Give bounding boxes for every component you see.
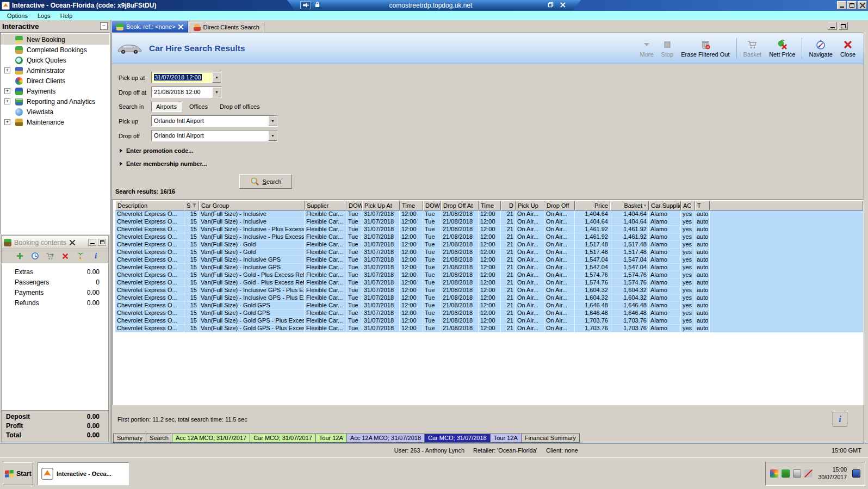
result-row[interactable]: Chevrolet Express O...15Van(Full Size) -… (115, 241, 863, 249)
result-row[interactable]: Chevrolet Express O...15Van(Full Size) -… (115, 279, 863, 287)
tab-close-icon[interactable] (178, 24, 183, 29)
booking-contents-close-button[interactable] (70, 240, 75, 245)
column-header[interactable]: Time▼ (479, 201, 501, 211)
quick-quote-button[interactable] (30, 251, 40, 261)
column-header[interactable]: Car Group▼ (199, 201, 305, 211)
stop-button[interactable]: Stop (658, 36, 678, 61)
expand-box[interactable]: + (4, 119, 10, 125)
filter-funnel-icon[interactable] (192, 202, 197, 209)
search-in-offices[interactable]: Offices (185, 102, 212, 112)
basket-button[interactable]: Basket (740, 36, 766, 61)
column-header[interactable]: Drop Off▼ (544, 201, 575, 211)
result-row[interactable]: Chevrolet Express O...15Van(Full Size) -… (115, 218, 863, 226)
bottom-tab-acc-12a-mco-2018[interactable]: Acc 12A MCO; 31/07/2018 (346, 434, 425, 443)
expand-box[interactable] (4, 47, 10, 53)
booking-contents-minimize-button[interactable] (88, 239, 96, 246)
result-row[interactable]: Chevrolet Express O...15Van(Full Size) -… (115, 294, 863, 302)
result-row[interactable]: Chevrolet Express O...15Van(Full Size) -… (115, 256, 863, 264)
result-row[interactable]: Chevrolet Express O...15Van(Full Size) -… (115, 211, 863, 218)
column-header[interactable]: D▼ (501, 201, 516, 211)
search-in-airports[interactable]: Airports (151, 102, 182, 112)
column-header[interactable]: DOW▼ (423, 201, 441, 211)
drop-off-combo[interactable]: Orlando Intl Airport ▼ (151, 130, 278, 141)
tabgroup-restore-button[interactable] (839, 22, 848, 30)
window-minimize-button[interactable] (837, 1, 846, 9)
more-button[interactable]: More (636, 36, 658, 61)
search-button[interactable]: Search (239, 174, 292, 189)
drop-off-dropdown-button[interactable]: ▼ (268, 131, 277, 141)
expand-box[interactable] (4, 57, 10, 63)
bottom-tab-tour-12a-2017[interactable]: Tour 12A (315, 434, 347, 443)
window-close-button[interactable] (858, 1, 867, 9)
rdp-restore-button[interactable] (548, 2, 554, 9)
drop-off-at-dropdown-button[interactable]: ▼ (212, 87, 221, 97)
membership-number-expander[interactable]: Enter membership number... (120, 159, 864, 168)
bottom-tab-search[interactable]: Search (146, 434, 172, 443)
column-header[interactable]: Pick Up▼ (516, 201, 544, 211)
sidebar-item-maintenance[interactable]: +Maintenance (1, 117, 109, 127)
pick-up-dropdown-button[interactable]: ▼ (268, 116, 277, 126)
result-row[interactable]: Chevrolet Express O...15Van(Full Size) -… (115, 310, 863, 317)
expand-box[interactable]: + (4, 98, 10, 104)
column-header[interactable]: DOW▼ (346, 201, 362, 211)
result-row[interactable]: Chevrolet Express O...15Van(Full Size) -… (115, 233, 863, 241)
bottom-tab-acc-12a-mco-2017[interactable]: Acc 12A MCO; 31/07/2017 (172, 434, 250, 443)
pin-icon[interactable] (300, 1, 311, 9)
result-row[interactable]: Chevrolet Express O...15Van(Full Size) -… (115, 249, 863, 256)
menu-item-help[interactable]: Help (55, 12, 78, 20)
expand-box[interactable] (4, 36, 10, 42)
nett-price-button[interactable]: Nett Price (765, 36, 799, 61)
sidebar-collapse-button[interactable]: − (100, 22, 108, 30)
close-button[interactable]: Close (836, 36, 859, 61)
sidebar-item-reporting-and-analytics[interactable]: +Reporting and Analytics (1, 96, 109, 107)
sidebar-item-administrator[interactable]: +Administrator (1, 65, 109, 76)
expand-box[interactable]: + (4, 67, 10, 73)
booking-contents-titlebar[interactable]: Booking contents (2, 236, 108, 249)
sidebar-item-viewdata[interactable]: Viewdata (1, 107, 109, 117)
search-in-drop-off-offices[interactable]: Drop off offices (215, 102, 264, 112)
sidebar-item-payments[interactable]: +Payments (1, 86, 109, 96)
result-row[interactable]: Chevrolet Express O...15Van(Full Size) -… (115, 264, 863, 271)
result-row[interactable]: Chevrolet Express O...15Van(Full Size) -… (115, 317, 863, 325)
window-maximize-button[interactable] (847, 1, 857, 9)
column-header[interactable]: T▼ (695, 201, 710, 211)
menu-item-logs[interactable]: Logs (33, 12, 55, 20)
promotion-code-expander[interactable]: Enter promotion code... (120, 146, 864, 154)
result-row[interactable]: Chevrolet Express O...15Van(Full Size) -… (115, 302, 863, 310)
result-row[interactable]: Chevrolet Express O...15Van(Full Size) -… (115, 325, 863, 332)
taskbar-task-interactive[interactable]: Interactive - Ocea... (38, 462, 129, 485)
column-header[interactable]: AC▼ (681, 201, 695, 211)
network-icon[interactable] (782, 469, 790, 478)
app-titlebar[interactable]: Interactive - Ocean-Florida (code: x9j8u… (0, 0, 868, 11)
booking-contents-maximize-button[interactable] (98, 239, 106, 246)
column-header[interactable]: Car Supplier▼ (649, 201, 681, 211)
column-header[interactable]: S▼ (184, 201, 199, 211)
tab-booking-ref[interactable]: Book. ref.: <none> (111, 21, 188, 33)
column-header[interactable]: Time▼ (400, 201, 423, 211)
column-header[interactable]: Description▼ (115, 201, 184, 211)
delete-item-button[interactable] (60, 251, 70, 261)
navigate-button[interactable]: Navigate (805, 36, 836, 61)
pick-up-at-dropdown-button[interactable]: ▼ (212, 72, 221, 83)
move-to-basket-button[interactable] (45, 251, 55, 261)
result-row[interactable]: Chevrolet Express O...15Van(Full Size) -… (115, 271, 863, 279)
expand-box[interactable] (4, 109, 10, 115)
drop-off-at-field[interactable]: 21/08/2018 12:00 ▼ (151, 86, 222, 98)
tab-direct-clients-search[interactable]: Direct Clients Search (189, 22, 264, 33)
column-header[interactable]: Basket▼ (610, 201, 649, 211)
info-button[interactable]: i (833, 412, 847, 426)
volume-muted-icon[interactable] (804, 469, 813, 478)
bottom-tab-tour-12a-2018[interactable]: Tour 12A (490, 434, 522, 443)
start-button[interactable]: Start (3, 462, 33, 485)
printer-icon[interactable] (793, 469, 801, 478)
display-settings-icon[interactable] (770, 469, 778, 478)
sidebar-item-quick-quotes[interactable]: Quick Quotes (1, 55, 109, 65)
expand-box[interactable]: + (4, 88, 10, 94)
menu-item-options[interactable]: Options (2, 12, 33, 20)
column-header[interactable]: Supplier▼ (305, 201, 346, 211)
bottom-tab-car-mco-2018[interactable]: Car MCO; 31/07/2018 (424, 434, 491, 443)
pick-up-combo[interactable]: Orlando Intl Airport ▼ (151, 115, 278, 127)
rdp-monitor-icon[interactable] (852, 469, 860, 478)
column-header[interactable]: Drop Off At▼ (441, 201, 479, 211)
bottom-tab-car-mco-2017[interactable]: Car MCO; 31/07/2017 (250, 434, 316, 443)
